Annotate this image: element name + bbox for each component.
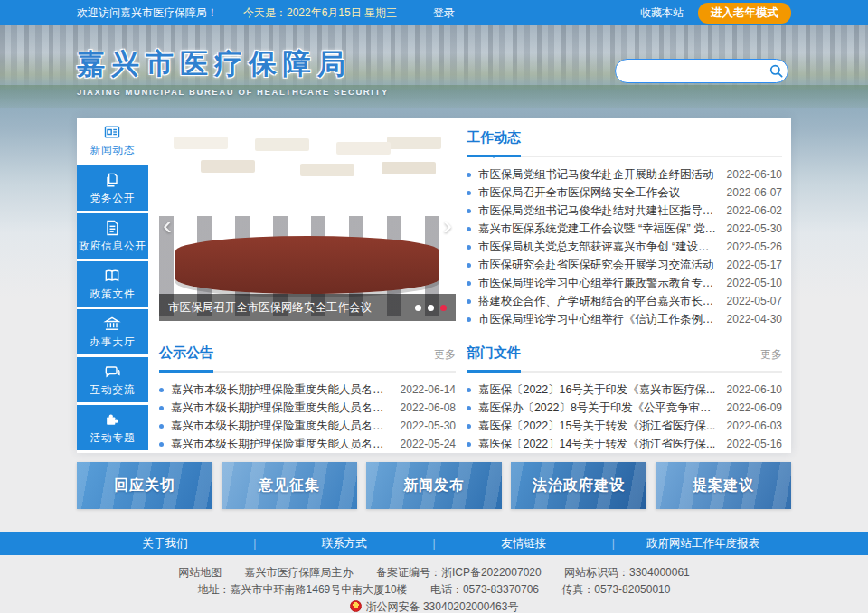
work-news-title[interactable]: 工作动态 bbox=[467, 129, 521, 157]
news-item-title: 嘉医保〔2022〕15号关于转发《浙江省医疗保... bbox=[478, 419, 718, 434]
news-carousel[interactable]: ‹ › 市医保局召开全市医保网络安全工作会议 bbox=[159, 129, 456, 321]
news-list-item[interactable]: 市医保局召开全市医保网络安全工作会议 2022-06-07 bbox=[467, 184, 782, 202]
quick-link-opinion-collection[interactable]: 意见征集 bbox=[222, 462, 357, 509]
carousel-caption[interactable]: 市医保局召开全市医保网络安全工作会议 bbox=[168, 300, 415, 316]
bullet-icon bbox=[159, 442, 164, 447]
quick-link-respond-concerns[interactable]: 回应关切 bbox=[77, 462, 212, 509]
bullet-icon bbox=[467, 263, 471, 268]
sidebar-item-special-topics[interactable]: 活动专题 bbox=[77, 405, 148, 450]
footer-nav: 关于我们| 联系方式| 友情链接| 政府网站工作年度报表 bbox=[0, 532, 868, 555]
site-subtitle: JIAXING MUNICIPAL BUREAU OF HEALTHCARE S… bbox=[77, 87, 389, 97]
sidebar-item-label: 新闻动态 bbox=[90, 144, 135, 157]
news-list-item[interactable]: 嘉兴市本级长期护理保险重度失能人员名单公示（2... 2022-05-24 bbox=[159, 435, 456, 453]
sidebar-item-interaction[interactable]: 互动交流 bbox=[77, 357, 148, 402]
quick-link-proposals[interactable]: 提案建议 bbox=[656, 462, 791, 509]
news-list-item[interactable]: 市医保研究会赴省医保研究会开展学习交流活动 2022-05-17 bbox=[467, 256, 782, 274]
news-item-date: 2022-06-07 bbox=[727, 186, 782, 199]
topbar: 欢迎访问嘉兴市医疗保障局！ 今天是：2022年6月15日 星期三 登录 收藏本站… bbox=[0, 0, 868, 25]
carousel-prev-arrow[interactable]: ‹ bbox=[163, 212, 172, 239]
news-list-item[interactable]: 嘉兴市本级长期护理保险重度失能人员名单公示（2... 2022-06-14 bbox=[159, 381, 456, 399]
bullet-icon bbox=[159, 424, 164, 429]
news-item-date: 2022-05-30 bbox=[727, 222, 782, 235]
search-input[interactable] bbox=[628, 65, 769, 78]
footer-nav-links[interactable]: 友情链接 bbox=[436, 536, 612, 552]
welcome-text: 欢迎访问嘉兴市医疗保障局！ bbox=[77, 5, 218, 21]
news-list-item[interactable]: 市医保局党组书记马俊华赴结对共建社区指导全国文... 2022-06-02 bbox=[467, 202, 782, 220]
favorite-site-link[interactable]: 收藏本站 bbox=[640, 5, 684, 21]
bullet-icon bbox=[159, 406, 164, 410]
public-security-record-link[interactable]: 浙公网安备 33040202000463号 bbox=[366, 600, 519, 613]
site-id-text: 网站标识码：3304000061 bbox=[564, 566, 690, 579]
login-link[interactable]: 登录 bbox=[433, 5, 455, 21]
phone-text: 电话：0573-83370706 bbox=[430, 583, 539, 596]
announcements-title[interactable]: 公示公告 bbox=[159, 344, 213, 373]
sidebar-item-service-hall[interactable]: 办事大厅 bbox=[77, 309, 148, 354]
carousel-dot-active[interactable] bbox=[440, 305, 447, 311]
bank-icon bbox=[103, 315, 121, 333]
news-list-item[interactable]: 嘉兴市本级长期护理保险重度失能人员名单公示（2... 2022-06-08 bbox=[159, 399, 456, 417]
bullet-icon bbox=[159, 388, 164, 392]
news-item-title: 嘉医保〔2022〕14号关于转发《浙江省医疗保... bbox=[478, 437, 718, 452]
news-item-title: 市医保局党组书记马俊华赴结对共建社区指导全国文... bbox=[478, 203, 718, 219]
sitemap-link[interactable]: 网站地图 bbox=[178, 566, 222, 579]
newspaper-icon bbox=[103, 123, 121, 141]
bullet-icon bbox=[467, 191, 471, 195]
puzzle-icon bbox=[103, 410, 121, 429]
news-list-item[interactable]: 嘉医保〔2022〕15号关于转发《浙江省医疗保... 2022-06-03 bbox=[467, 417, 782, 435]
bullet-icon bbox=[467, 299, 471, 304]
news-list-item[interactable]: 嘉兴市医保系统党建工作会议暨 “幸福医保” 党建联... 2022-05-30 bbox=[467, 220, 782, 238]
sidebar-item-news[interactable]: 新闻动态 bbox=[77, 118, 148, 163]
bullet-icon bbox=[467, 424, 471, 429]
news-item-date: 2022-05-24 bbox=[401, 438, 456, 450]
news-list-item[interactable]: 市医保局机关党总支部获评嘉兴市争创 “建设清廉机... 2022-05-26 bbox=[467, 238, 782, 256]
news-item-title: 嘉医保〔2022〕16号关于印发《嘉兴市医疗保... bbox=[478, 382, 718, 398]
fax-text: 传真：0573-82050010 bbox=[561, 583, 670, 596]
section-dept-files: 部门文件 更多 嘉医保〔2022〕16号关于印发《嘉兴市医疗保... 2022-… bbox=[467, 344, 782, 453]
sidebar-item-party-affairs[interactable]: 党务公开 bbox=[77, 165, 148, 211]
carousel-next-arrow[interactable]: › bbox=[443, 212, 452, 239]
sidebar-item-gov-info[interactable]: 政府信息公开 bbox=[77, 213, 148, 259]
bullet-icon bbox=[467, 227, 471, 231]
chat-icon bbox=[103, 363, 121, 381]
search-button[interactable] bbox=[769, 63, 784, 79]
dept-files-more-link[interactable]: 更多 bbox=[760, 347, 782, 371]
footer-nav-about[interactable]: 关于我们 bbox=[77, 536, 253, 552]
news-list-item[interactable]: 市医保局理论学习中心组举行《信访工作条例》专题... 2022-04-30 bbox=[467, 310, 782, 328]
quick-link-rule-of-law[interactable]: 法治政府建设 bbox=[511, 462, 646, 509]
news-list-item[interactable]: 嘉医保〔2022〕14号关于转发《浙江省医疗保... 2022-05-16 bbox=[467, 435, 782, 453]
quick-link-news-release[interactable]: 新闻发布 bbox=[366, 462, 502, 509]
footer-nav-contact[interactable]: 联系方式 bbox=[256, 536, 432, 552]
news-list-item[interactable]: 嘉医保办〔2022〕8号关于印发《公平竞争审查... 2022-06-09 bbox=[467, 399, 782, 417]
news-list-item[interactable]: 嘉医保〔2022〕16号关于印发《嘉兴市医疗保... 2022-06-10 bbox=[467, 381, 782, 399]
news-item-title: 市医保研究会赴省医保研究会开展学习交流活动 bbox=[478, 258, 718, 273]
news-item-date: 2022-05-30 bbox=[401, 420, 456, 432]
sidebar-item-policy-files[interactable]: 政策文件 bbox=[77, 261, 148, 306]
carousel-photo bbox=[174, 137, 228, 149]
carousel-dot[interactable] bbox=[415, 305, 421, 311]
news-item-date: 2022-06-10 bbox=[727, 383, 782, 396]
news-list-item[interactable]: 嘉兴市本级长期护理保险重度失能人员名单公示（2... 2022-05-30 bbox=[159, 417, 456, 435]
news-item-title: 嘉兴市医保系统党建工作会议暨 “幸福医保” 党建联... bbox=[478, 222, 718, 237]
footer-nav-annual-report[interactable]: 政府网站工作年度报表 bbox=[615, 536, 791, 552]
main-column: ‹ › 市医保局召开全市医保网络安全工作会议 工作动态 bbox=[148, 118, 791, 453]
search-icon bbox=[769, 63, 784, 79]
news-item-date: 2022-06-08 bbox=[401, 401, 456, 414]
bullet-icon bbox=[467, 317, 471, 322]
news-item-title: 市医保局理论学习中心组举行廉政警示教育专题学习... bbox=[478, 276, 718, 291]
news-list-item[interactable]: 市医保局理论学习中心组举行廉政警示教育专题学习... 2022-05-10 bbox=[467, 274, 782, 292]
news-item-date: 2022-05-17 bbox=[727, 259, 782, 271]
news-item-date: 2022-06-14 bbox=[401, 383, 456, 396]
sidebar-item-label: 办事大厅 bbox=[90, 335, 135, 349]
elder-mode-button[interactable]: 进入老年模式 bbox=[698, 3, 791, 24]
carousel-dot[interactable] bbox=[428, 305, 434, 311]
announcements-more-link[interactable]: 更多 bbox=[434, 347, 456, 371]
news-list-item[interactable]: 搭建校企合作、产学研相结合的平台嘉兴市长期护理... 2022-05-07 bbox=[467, 292, 782, 310]
search-box[interactable] bbox=[615, 59, 788, 83]
news-list-item[interactable]: 市医保局党组书记马俊华赴企开展助企纾困活动 2022-06-10 bbox=[467, 165, 782, 184]
news-item-date: 2022-06-09 bbox=[727, 401, 782, 414]
dept-files-title[interactable]: 部门文件 bbox=[467, 344, 521, 373]
section-work-news: 工作动态 市医保局党组书记马俊华赴企开展助企纾困活动 2022-06-10 bbox=[467, 129, 782, 328]
news-item-date: 2022-05-26 bbox=[727, 240, 782, 253]
news-item-title: 嘉兴市本级长期护理保险重度失能人员名单公示（2... bbox=[171, 382, 392, 398]
section-announcements: 公示公告 更多 嘉兴市本级长期护理保险重度失能人员名单公示（2... 2022-… bbox=[159, 344, 456, 453]
